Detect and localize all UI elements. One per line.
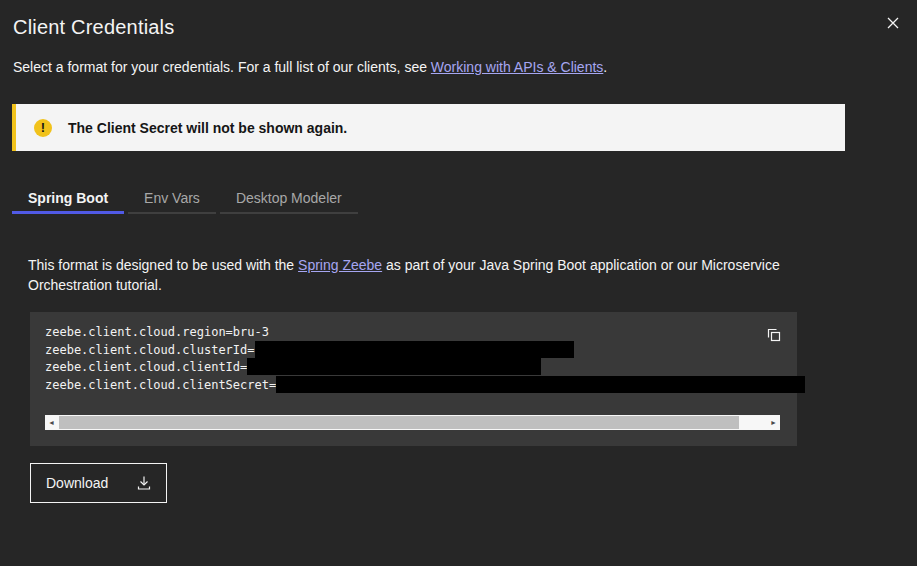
tab-underline: [220, 212, 358, 214]
code-lines: zeebe.client.cloud.region=bru-3 zeebe.cl…: [45, 324, 805, 393]
warning-message: The Client Secret will not be shown agai…: [68, 120, 347, 136]
tab-spring-boot[interactable]: Spring Boot: [12, 184, 124, 214]
tab-label: Desktop Modeler: [220, 184, 358, 211]
code-text: zeebe.client.cloud.region=bru-3: [45, 325, 269, 339]
scroll-right-arrow[interactable]: ►: [767, 415, 780, 430]
warning-icon: !: [34, 119, 52, 137]
tab-label: Spring Boot: [12, 184, 124, 211]
tab-env-vars[interactable]: Env Vars: [128, 184, 216, 214]
description-text: This format is designed to be used with …: [28, 257, 298, 273]
copy-icon: [766, 327, 782, 343]
format-description: This format is designed to be used with …: [28, 255, 828, 295]
download-label: Download: [46, 475, 108, 491]
redacted-value: [247, 358, 541, 375]
horizontal-scrollbar[interactable]: ◄ ►: [45, 415, 780, 430]
redacted-value: [255, 341, 574, 358]
format-tabs: Spring Boot Env Vars Desktop Modeler: [12, 184, 358, 214]
warning-banner: ! The Client Secret will not be shown ag…: [12, 104, 845, 151]
code-text: zeebe.client.cloud.clusterId=: [45, 343, 255, 357]
credentials-code-block: zeebe.client.cloud.region=bru-3 zeebe.cl…: [30, 312, 797, 446]
code-line-cluster-id: zeebe.client.cloud.clusterId=: [45, 341, 805, 359]
close-button[interactable]: [877, 7, 909, 39]
download-icon: [136, 475, 152, 491]
tab-underline: [12, 211, 124, 214]
scroll-left-arrow[interactable]: ◄: [45, 415, 58, 430]
page-title: Client Credentials: [13, 16, 174, 39]
client-credentials-modal: Client Credentials Select a format for y…: [0, 0, 917, 566]
tab-underline: [128, 212, 216, 214]
code-line-region: zeebe.client.cloud.region=bru-3: [45, 324, 805, 341]
subtitle-text: Select a format for your credentials. Fo…: [13, 59, 431, 75]
download-button[interactable]: Download: [30, 463, 167, 503]
code-text: zeebe.client.cloud.clientId=: [45, 360, 247, 374]
code-text: zeebe.client.cloud.clientSecret=: [45, 378, 276, 392]
subtitle-period: .: [603, 59, 607, 75]
tab-label: Env Vars: [128, 184, 216, 211]
spring-zeebe-link[interactable]: Spring Zeebe: [298, 257, 382, 273]
close-icon: [886, 16, 900, 30]
code-line-client-id: zeebe.client.cloud.clientId=: [45, 358, 805, 376]
copy-button[interactable]: [765, 326, 783, 344]
apis-clients-link[interactable]: Working with APIs & Clients: [431, 59, 603, 75]
subtitle: Select a format for your credentials. Fo…: [13, 59, 607, 75]
redacted-value: [276, 376, 805, 393]
scrollbar-thumb[interactable]: [59, 416, 739, 429]
tab-desktop-modeler[interactable]: Desktop Modeler: [220, 184, 358, 214]
code-line-client-secret: zeebe.client.cloud.clientSecret=: [45, 376, 805, 394]
